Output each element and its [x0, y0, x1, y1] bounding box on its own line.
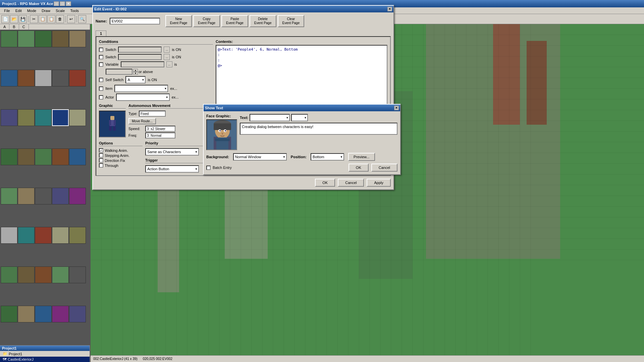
edit-event-close[interactable]: ✕	[387, 7, 392, 11]
item-row: Item ex...	[99, 85, 213, 92]
text-header: Text:	[240, 114, 397, 121]
edit-event-titlebar: Edit Event - ID:002 ✕	[93, 6, 393, 12]
graphic-box[interactable]	[99, 111, 126, 137]
svg-rect-78	[109, 126, 112, 131]
walking-anim-checkbox[interactable]: ✓	[99, 148, 103, 153]
new-event-page-button[interactable]: NewEvent Page	[165, 15, 192, 27]
copy-event-page-button[interactable]: CopyEvent Page	[193, 15, 220, 27]
page-tab-1[interactable]: 1	[96, 31, 106, 36]
actor-row: Actor ex...	[99, 94, 213, 101]
self-switch-select[interactable]: ABCD	[125, 76, 146, 83]
contents-line-2: :	[218, 52, 385, 58]
speed-row: Speed:	[128, 126, 213, 132]
contents-line-1: @>Text: 'People4', 6, Normal, Bottom	[218, 47, 385, 52]
variable-browse[interactable]: ...	[166, 61, 172, 67]
item-suffix: ex...	[170, 86, 177, 90]
background-dropdown-wrap: Normal Window Dim Transparent	[233, 153, 287, 161]
position-dropdown-wrap: Bottom Middle Top	[311, 153, 344, 161]
position-label: Position:	[291, 155, 307, 159]
direction-fix-row: Direction Fix	[99, 158, 143, 163]
variable-checkbox[interactable]	[99, 62, 103, 67]
contents-line-4: @>	[218, 63, 385, 68]
event-cancel-button[interactable]: Cancel	[338, 179, 364, 187]
background-label: Background:	[206, 155, 229, 159]
actor-select[interactable]	[116, 94, 170, 101]
speed-input[interactable]	[145, 126, 175, 132]
switch2-browse[interactable]: ...	[164, 54, 170, 60]
switch2-input	[118, 54, 162, 60]
num-row: ▲ ▼ or above	[106, 69, 213, 75]
movement-section: Autonomous Movement Type: Move Route... …	[128, 104, 213, 138]
actor-dropdown-wrap	[116, 94, 170, 101]
num-value-input[interactable]	[106, 69, 132, 75]
switch2-label: Switch	[105, 55, 116, 59]
show-text-ok-button[interactable]: OK	[348, 164, 369, 172]
freq-input[interactable]	[145, 132, 175, 138]
preview-button[interactable]: Preview...	[348, 153, 375, 161]
type-label: Type:	[128, 112, 138, 116]
switch1-browse[interactable]: ...	[164, 47, 170, 53]
stepping-anim-checkbox[interactable]	[99, 153, 103, 158]
batch-checkbox[interactable]	[206, 166, 211, 170]
sprite-svg	[107, 116, 118, 132]
event-apply-button[interactable]: Apply	[367, 179, 391, 187]
clear-event-page-button[interactable]: ClearEvent Page	[278, 15, 305, 27]
text-size-select[interactable]	[291, 114, 308, 121]
num-down[interactable]: ▼	[133, 72, 138, 75]
text-section: Text: Creating dialog between cha	[240, 114, 397, 135]
num-spinners: ▲ ▼	[133, 69, 138, 75]
svg-rect-94	[215, 138, 230, 141]
batch-label: Batch Entry	[213, 166, 232, 170]
conditions-title: Conditions	[99, 40, 213, 45]
show-text-buttons: OK Cancel	[348, 164, 397, 172]
stepping-anim-label: Stepping Anim.	[105, 154, 129, 158]
item-checkbox[interactable]	[99, 86, 103, 91]
self-switch-suffix: is ON	[148, 78, 157, 82]
speed-label: Speed:	[128, 127, 144, 131]
show-text-close[interactable]: ✕	[394, 106, 399, 110]
svg-rect-79	[113, 126, 116, 131]
delete-event-page-button[interactable]: DeleteEvent Page	[250, 15, 276, 27]
text-font-select[interactable]	[250, 114, 290, 121]
contents-title: Contents:	[216, 40, 387, 44]
show-text-titlebar: Show Text ✕	[204, 105, 400, 111]
text-size-dropdown-wrap	[291, 114, 308, 121]
face-graphic-box[interactable]	[206, 119, 237, 150]
stepping-anim-row: Stepping Anim.	[99, 153, 143, 158]
paste-event-page-button[interactable]: PasteEvent Page	[221, 15, 248, 27]
show-text-cancel-button[interactable]: Cancel	[371, 164, 397, 172]
move-route-button[interactable]: Move Route...	[128, 118, 156, 124]
switch1-checkbox[interactable]	[99, 48, 103, 52]
event-ok-button[interactable]: OK	[315, 179, 335, 187]
item-select[interactable]	[114, 85, 168, 92]
num-up[interactable]: ▲	[133, 69, 138, 72]
graphic-movement-row: Graphic	[99, 104, 213, 138]
background-select[interactable]: Normal Window Dim Transparent	[233, 153, 287, 161]
direction-fix-checkbox[interactable]	[99, 158, 103, 163]
contents-line-3: :	[218, 58, 385, 63]
through-checkbox[interactable]	[99, 163, 103, 168]
self-switch-label: Self Switch	[105, 78, 123, 82]
self-switch-checkbox[interactable]	[99, 78, 103, 82]
priority-select[interactable]: Same as Characters Below Characters Abov…	[145, 148, 199, 156]
bg-pos-row: Background: Normal Window Dim Transparen…	[206, 153, 397, 161]
svg-rect-80	[109, 120, 111, 125]
type-input[interactable]	[139, 111, 166, 117]
movement-type-row: Type:	[128, 111, 213, 117]
trigger-select[interactable]: Action Button Player Touch Event Touch A…	[145, 165, 199, 173]
conditions-section: Conditions Switch ... is ON Switch	[99, 40, 213, 101]
event-name-input[interactable]	[110, 18, 160, 24]
switch2-checkbox[interactable]	[99, 55, 103, 59]
dialog-overlay: Edit Event - ID:002 ✕ Name: NewEvent Pag…	[0, 0, 644, 362]
variable-suffix: is	[174, 62, 177, 66]
actor-checkbox[interactable]	[99, 95, 103, 100]
face-text-row: Face Graphic:	[206, 114, 397, 150]
self-switch-dropdown-wrap: ABCD	[125, 76, 146, 83]
show-text-textarea[interactable]: Creating dialog between characters is ea…	[240, 123, 397, 135]
position-select[interactable]: Bottom Middle Top	[311, 153, 344, 161]
batch-row: Batch Entry	[206, 166, 232, 170]
svg-rect-88	[214, 123, 231, 130]
face-graphic-section: Face Graphic:	[206, 114, 237, 150]
switch1-label: Switch	[105, 48, 116, 52]
switch1-row: Switch ... is ON	[99, 47, 213, 53]
